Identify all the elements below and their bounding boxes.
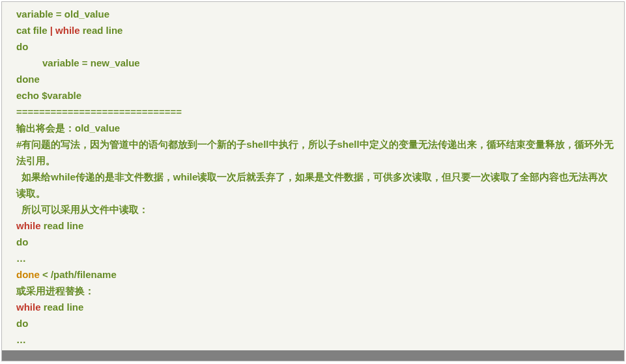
code-line: cat file | while read line xyxy=(16,22,618,38)
bottom-bar xyxy=(2,350,624,361)
code-line: while read line xyxy=(16,299,618,315)
code-text: < /path/filename xyxy=(40,269,117,280)
pipe-keyword: | while xyxy=(50,25,80,36)
code-line: done xyxy=(16,71,618,87)
code-block: variable = old_value cat file | while re… xyxy=(1,1,625,361)
code-line: echo $varable xyxy=(16,87,618,104)
while-keyword: while xyxy=(16,220,41,231)
code-line: 或采用进程替换： xyxy=(16,283,618,299)
code-text: cat file xyxy=(16,25,50,36)
comment-line: #有问题的写法，因为管道中的语句都放到一个新的子shell中执行，所以子shel… xyxy=(16,136,618,169)
code-line: … xyxy=(16,250,618,266)
while-keyword: while xyxy=(16,301,41,313)
code-line: while read line xyxy=(16,217,618,234)
code-line: do xyxy=(16,315,618,331)
code-text: read line xyxy=(41,220,84,231)
code-line: ============================= xyxy=(16,104,618,120)
code-line: 输出将会是：old_value xyxy=(16,120,618,136)
done-keyword: done xyxy=(16,269,40,280)
code-line: done < /path/filename xyxy=(16,266,618,283)
code-line: … xyxy=(16,331,618,348)
code-line: variable = old_value xyxy=(16,6,618,22)
code-line: variable = new_value xyxy=(16,55,618,71)
code-text: read line xyxy=(41,301,84,313)
code-line: do xyxy=(16,38,618,55)
code-line: do xyxy=(16,234,618,250)
comment-line: 如果给while传递的是非文件数据，while读取一次后就丢弃了，如果是文件数据… xyxy=(16,169,618,201)
comment-line: 所以可以采用从文件中读取： xyxy=(16,201,618,217)
code-text: read line xyxy=(80,25,123,36)
